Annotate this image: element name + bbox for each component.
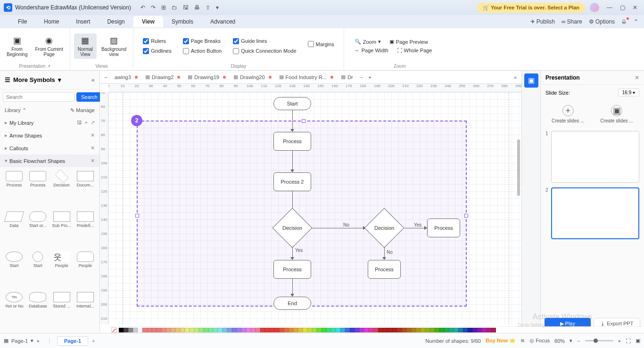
menu-design[interactable]: Design (99, 16, 133, 27)
shape-subprocess[interactable]: Sub Pro... (50, 210, 73, 250)
close-section-icon[interactable]: ✕ (91, 158, 95, 164)
my-library-item[interactable]: ▸My Library🖫+↗ (0, 116, 99, 129)
tabs-next[interactable]: → (357, 74, 366, 80)
close-section-icon[interactable]: ✕ (91, 132, 95, 138)
new-icon[interactable]: ⊞ (161, 4, 166, 11)
slide-ratio-select[interactable]: 16:9 ▾ (618, 89, 639, 97)
actionbutton-checkbox[interactable]: Action Button (183, 48, 222, 54)
rulers-checkbox[interactable]: Rulers (143, 38, 171, 44)
normal-view-button[interactable]: ▦Normal View (74, 33, 97, 59)
shape-database[interactable]: Database (26, 291, 49, 331)
node-process2[interactable]: Process 2 (273, 172, 311, 191)
new-tab[interactable]: + (366, 74, 374, 80)
dropdown-icon[interactable]: ▾ (216, 4, 219, 11)
callouts-item[interactable]: ▸Callouts✕ (0, 142, 99, 154)
doc-tab[interactable]: ▦Drawing19 (184, 71, 230, 83)
color-strip[interactable] (108, 326, 644, 333)
quickconn-checkbox[interactable]: Quick Connection Mode (233, 48, 296, 54)
shape-start[interactable]: Start (3, 251, 25, 290)
shape-people[interactable]: 웃People (50, 251, 73, 290)
add-page-button[interactable]: + (88, 337, 99, 345)
menu-file[interactable]: File (9, 16, 35, 27)
slide-thumb[interactable]: 2 (545, 187, 639, 239)
shape-internal[interactable]: Internal... (74, 291, 97, 331)
close-panel-icon[interactable]: ✕ (635, 74, 639, 81)
publish-link[interactable]: ✈ Publish (530, 18, 555, 25)
share-link[interactable]: ∞ Share (561, 18, 582, 25)
from-current-button[interactable]: ◉From Current Page (32, 33, 66, 59)
create-slides-auto[interactable]: +Create slides ... (552, 105, 584, 123)
menu-view[interactable]: View (133, 16, 163, 27)
menu-insert[interactable]: Insert (67, 16, 99, 27)
shape-process[interactable]: Process (26, 170, 49, 210)
basic-flowchart-item[interactable]: ▾Basic Flowchart Shapes✕ (0, 154, 99, 167)
shape-process[interactable]: Process (3, 170, 25, 210)
slide-thumb[interactable]: 1 (545, 131, 639, 183)
page-tab[interactable]: Page-1 (57, 336, 88, 346)
shape-yesno[interactable]: YesYes or No (3, 291, 25, 331)
whole-page-button[interactable]: ⛶ Whole Page (397, 48, 432, 53)
canvas-scrollbar[interactable] (516, 92, 521, 324)
save-lib-icon[interactable]: 🖫 (77, 120, 82, 126)
page-width-button[interactable]: ↔ Page Width (355, 48, 388, 53)
notification-icon[interactable]: 🕭 (621, 18, 627, 25)
close-icon[interactable]: ✕ (633, 4, 637, 11)
zoom-out-icon[interactable]: − (577, 338, 580, 344)
save-icon[interactable]: 🖫 (183, 4, 189, 11)
page-preview-button[interactable]: ▣ Page Preview (389, 39, 428, 45)
node-process[interactable]: Process (273, 132, 311, 151)
collapse-ribbon-icon[interactable]: ⌃ (634, 18, 638, 25)
close-section-icon[interactable]: ✕ (91, 145, 95, 151)
margins-checkbox[interactable]: Margins (308, 41, 334, 47)
print-icon[interactable]: 🖶 (194, 4, 200, 11)
zoom-slider[interactable] (585, 340, 613, 341)
options-link[interactable]: ⚙ Options (589, 18, 615, 25)
arrow-shapes-item[interactable]: ▸Arrow Shapes✕ (0, 129, 99, 142)
create-slides-area[interactable]: ▣Create slides ... (601, 105, 633, 123)
node-start[interactable]: Start (273, 97, 311, 110)
fit-page-icon[interactable]: ⛶ (626, 338, 631, 344)
shape-startend[interactable]: Start or... (26, 210, 49, 250)
add-page-icon[interactable]: + (36, 338, 39, 344)
pagebreaks-checkbox[interactable]: Page Breaks (183, 38, 222, 44)
node-end[interactable]: End (273, 297, 311, 310)
layers-icon[interactable]: ≋ (520, 338, 525, 344)
menu-home[interactable]: Home (35, 16, 67, 27)
shape-people[interactable]: People (74, 251, 97, 290)
manage-link[interactable]: ✎ Manage (70, 107, 95, 113)
menu-advanced[interactable]: Advanced (202, 16, 244, 27)
no-fill-icon[interactable] (111, 327, 117, 333)
open-icon[interactable]: 🗀 (172, 4, 177, 11)
doc-tab[interactable]: ▦Food Industry R... (275, 71, 337, 83)
minimize-icon[interactable]: ― (607, 4, 612, 11)
shape-predefined[interactable]: Predefi... (74, 210, 97, 250)
background-view-button[interactable]: ▨Background view (99, 33, 129, 59)
doc-tab[interactable]: awing3 (111, 71, 141, 83)
menu-symbols[interactable]: Symbols (163, 16, 202, 27)
tabs-prev[interactable]: ← (102, 74, 111, 80)
zoom-in-icon[interactable]: + (618, 338, 621, 344)
shape-stored[interactable]: Stored ... (50, 291, 73, 331)
gridlines-checkbox[interactable]: Gridlines (143, 48, 171, 54)
shape-start[interactable]: Start (26, 251, 49, 290)
page-menu-icon[interactable]: ▾ (31, 338, 33, 344)
zoom-button[interactable]: 🔍 Zoom▾ (355, 39, 381, 45)
shape-data[interactable]: Data (3, 210, 25, 250)
node-process-r[interactable]: Process (427, 219, 460, 237)
pages-icon[interactable]: ▦ (4, 338, 8, 344)
from-beginning-button[interactable]: ▣From Beginning (4, 33, 30, 59)
shape-document[interactable]: Docum... (74, 170, 97, 210)
collapse-panel-icon[interactable]: « (91, 76, 95, 83)
redo-icon[interactable]: ↷ (151, 4, 156, 11)
shape-decision[interactable]: Decision (50, 170, 73, 210)
trial-banner[interactable]: 🛒 Your Free Trial is over. Select a Plan (477, 3, 585, 13)
node-process-b[interactable]: Process (273, 260, 311, 279)
doc-tab[interactable]: ▦Drawing20 (230, 71, 275, 83)
doc-tab[interactable]: ▦Dr (337, 71, 357, 83)
add-lib-icon[interactable]: + (85, 120, 88, 126)
hamburger-icon[interactable]: ☰ (5, 76, 10, 83)
expand-lib-icon[interactable]: ↗ (91, 120, 95, 126)
buy-now-link[interactable]: Buy Now ⭐ (486, 338, 516, 344)
fullscreen-icon[interactable]: ▣ (636, 338, 640, 344)
search-input[interactable] (3, 92, 74, 102)
